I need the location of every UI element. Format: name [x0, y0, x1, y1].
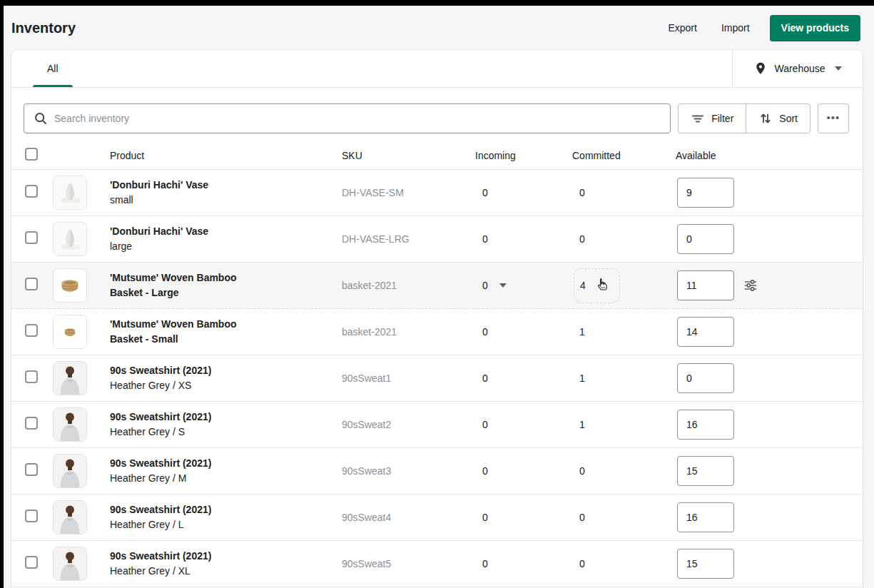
committed-value: 4: [580, 280, 586, 291]
product-title[interactable]: 90s Sweatshirt (2021): [110, 549, 211, 564]
product-title[interactable]: 90s Sweatshirt (2021): [110, 502, 211, 517]
tab-list: All: [11, 50, 732, 87]
product-variant: large: [110, 239, 323, 254]
committed-cell: 1: [572, 372, 585, 384]
table-row: 90s Sweatshirt (2021) Heather Grey / S 9…: [11, 402, 863, 448]
table-row: 90s Sweatshirt (2021) Heather Grey / M 9…: [11, 448, 863, 495]
product-sku: DH-VASE-LRG: [330, 233, 464, 245]
committed-cell[interactable]: 4: [574, 268, 620, 303]
committed-cell: 0: [572, 465, 585, 477]
window-edge-left: [0, 0, 4, 588]
committed-value: 0: [579, 233, 585, 245]
available-input[interactable]: [677, 549, 734, 579]
horizontal-dots-icon: •••: [827, 111, 840, 123]
incoming-caret-icon[interactable]: [499, 283, 507, 288]
product-variant: Heather Grey / L: [110, 517, 323, 532]
product-thumbnail: [53, 361, 87, 395]
incoming-value: 0: [482, 326, 488, 338]
table-row: 'Mutsume' Woven Bamboo Basket - Large ba…: [11, 263, 863, 309]
filter-sort-group: Filter Sort: [678, 103, 811, 133]
location-picker[interactable]: Warehouse: [732, 50, 863, 87]
product-sku: basket-2021: [330, 280, 464, 291]
table-row: 90s Sweatshirt (2021) Heather Grey / XL …: [11, 541, 863, 587]
product-variant: Heather Grey / S: [110, 425, 323, 440]
tab-all-label: All: [47, 63, 59, 74]
product-thumbnail: [53, 176, 87, 210]
page-title: Inventory: [11, 20, 76, 36]
export-button[interactable]: Export: [666, 18, 698, 38]
product-sku: 90sSweat5: [330, 558, 464, 569]
column-header-product: Product: [98, 150, 330, 161]
column-header-sku: SKU: [330, 150, 464, 161]
row-checkbox[interactable]: [25, 556, 38, 569]
sort-icon: [758, 111, 773, 126]
sort-button-label: Sort: [779, 113, 798, 124]
product-sku: basket-2021: [330, 326, 464, 338]
chevron-down-icon: [835, 66, 842, 71]
committed-value: 0: [579, 558, 585, 569]
product-title[interactable]: 'Mutsume' Woven Bamboo Basket - Small: [110, 317, 263, 347]
filter-button-label: Filter: [711, 113, 733, 124]
committed-value: 0: [579, 465, 585, 477]
table-row: 90s Sweatshirt (2021) Heather Grey / XS …: [11, 355, 863, 402]
row-checkbox[interactable]: [25, 417, 38, 430]
available-input[interactable]: [677, 270, 734, 300]
committed-cell: 0: [572, 187, 585, 198]
tab-all[interactable]: All: [33, 50, 73, 87]
row-checkbox[interactable]: [25, 510, 38, 522]
product-title[interactable]: 'Donburi Hachi' Vase: [110, 178, 208, 193]
available-input[interactable]: [677, 178, 734, 208]
product-variant: Heather Grey / XS: [110, 378, 323, 393]
available-input[interactable]: [677, 317, 734, 347]
row-checkbox[interactable]: [25, 185, 38, 198]
table-row: 'Donburi Hachi' Vase small DH-VASE-SM 0 …: [11, 170, 863, 216]
committed-cell: 0: [572, 558, 585, 569]
product-sku: 90sSweat4: [330, 512, 464, 523]
search-box[interactable]: [24, 103, 671, 133]
more-actions-button[interactable]: •••: [818, 103, 849, 133]
committed-value: 0: [579, 512, 585, 523]
table-row: 'Mutsume' Woven Bamboo Basket - Small ba…: [11, 309, 863, 355]
available-input[interactable]: [677, 224, 734, 254]
available-input[interactable]: [677, 363, 734, 393]
incoming-value: 0: [482, 280, 488, 291]
hand-cursor-icon: [594, 276, 611, 295]
committed-value: 1: [579, 419, 585, 430]
available-input[interactable]: [677, 456, 734, 486]
product-title[interactable]: 90s Sweatshirt (2021): [110, 363, 211, 378]
available-input[interactable]: [677, 502, 734, 532]
row-checkbox[interactable]: [25, 324, 38, 337]
product-title[interactable]: 90s Sweatshirt (2021): [110, 410, 211, 425]
active-tab-underline: [33, 85, 73, 87]
incoming-value: 0: [482, 512, 488, 523]
import-button[interactable]: Import: [720, 18, 751, 38]
product-sku: 90sSweat3: [330, 465, 464, 477]
product-sku: 90sSweat1: [330, 372, 464, 384]
product-title[interactable]: 'Mutsume' Woven Bamboo Basket - Large: [110, 270, 263, 300]
sort-button[interactable]: Sort: [746, 103, 811, 133]
window-edge-top: [0, 0, 874, 6]
search-input[interactable]: [54, 113, 661, 124]
view-products-button[interactable]: View products: [770, 15, 860, 41]
select-all-checkbox[interactable]: [25, 148, 38, 161]
product-title[interactable]: 90s Sweatshirt (2021): [110, 456, 211, 471]
available-input[interactable]: [677, 410, 734, 440]
row-checkbox[interactable]: [25, 370, 38, 383]
row-checkbox[interactable]: [25, 463, 38, 476]
incoming-value: 0: [482, 465, 488, 477]
column-header-available: Available: [664, 150, 863, 161]
row-checkbox[interactable]: [25, 231, 38, 244]
filter-button[interactable]: Filter: [678, 103, 746, 133]
product-sku: DH-VASE-SM: [330, 187, 464, 198]
table-row: 'Donburi Hachi' Vase large DH-VASE-LRG 0…: [11, 216, 863, 263]
incoming-value: 0: [482, 372, 488, 384]
committed-cell: 1: [572, 419, 585, 430]
committed-value: 1: [579, 372, 585, 384]
incoming-value: 0: [482, 419, 488, 430]
row-checkbox[interactable]: [25, 278, 38, 290]
header-actions: Export Import View products: [666, 15, 860, 41]
product-title[interactable]: 'Donburi Hachi' Vase: [110, 224, 208, 239]
table-body: 'Donburi Hachi' Vase small DH-VASE-SM 0 …: [11, 170, 863, 587]
adjust-quantity-icon[interactable]: [742, 277, 759, 294]
product-thumbnail: [53, 454, 87, 488]
